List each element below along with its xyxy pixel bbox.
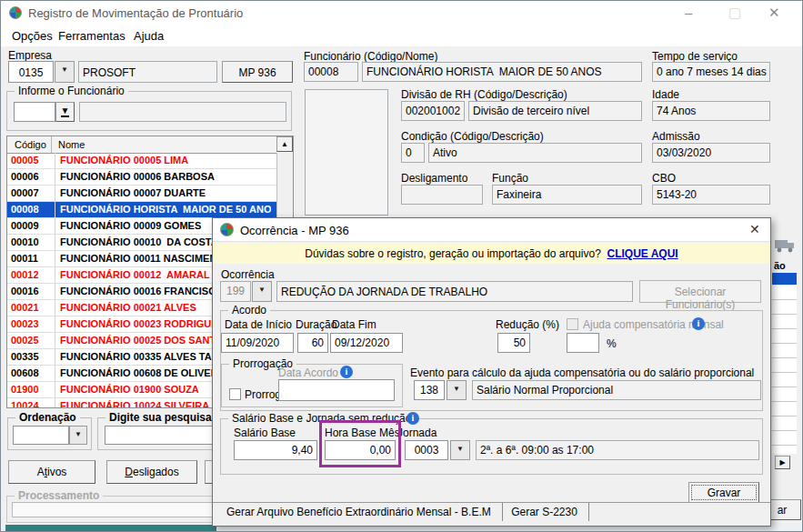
ocorrencia-label: Ocorrência [221, 268, 275, 281]
menu-ferramentas[interactable]: Ferramentas [58, 29, 125, 43]
informe-lookup-button[interactable]: ▼ [55, 102, 75, 122]
menu-bar: Opções Ferramentas Ajuda [1, 25, 802, 46]
ordenacao-combo[interactable] [13, 426, 69, 445]
selecionar-funcionarios-button[interactable]: Selecionar Funcionário(s) [639, 280, 761, 303]
duracao-field[interactable]: 60 [297, 333, 328, 353]
reducao-field[interactable]: 50 [497, 333, 530, 353]
tab-gerar-s2230[interactable]: Gerar S-2230 [503, 503, 589, 521]
list-header: Código Nome ▲ [7, 136, 293, 154]
pesquisa-label: Digite sua pesquisa [105, 411, 216, 424]
scroll-up-button[interactable]: ▲ [276, 136, 293, 152]
window-title: Registro de Movimentação de Prontuário [28, 6, 243, 20]
data-acordo-label: Data Acordo [278, 366, 338, 379]
empresa-name-field: PROSOFT [78, 61, 217, 83]
empresa-label: Empresa [8, 49, 52, 62]
list-item[interactable]: 00007FUNCIONÁRIO 00007 DUARTE [7, 186, 276, 202]
data-acordo-field[interactable] [278, 379, 395, 401]
highlight-annotation-box [319, 420, 401, 467]
gravar-button[interactable]: Gravar [688, 482, 759, 503]
jornada-label: Jornada [397, 427, 437, 439]
reducao-label: Redução (%) [496, 318, 559, 331]
funcionario-name-field: FUNCIONÁRIO HORISTA MAIOR DE 50 ANOS [362, 62, 642, 82]
jornada-code-combo[interactable]: 0003 [405, 440, 448, 460]
ordenacao-label: Ordenação [15, 411, 80, 424]
processamento-label: Processamento [15, 489, 103, 502]
mp936-button[interactable]: MP 936 [222, 61, 293, 83]
ajuda-percent-field[interactable] [567, 333, 599, 353]
side-grid-scroll-right-button[interactable]: ▶ [775, 456, 790, 469]
photo-placeholder [305, 89, 388, 216]
list-item[interactable]: 00005FUNCIONÁRIO 00005 LIMA [7, 153, 276, 169]
side-grid-selected-cell[interactable] [772, 273, 797, 285]
prorrogar-checkbox[interactable] [229, 388, 241, 400]
salario-base-field[interactable]: 9,40 [234, 440, 317, 460]
dialog-close-icon[interactable]: ✕ [749, 222, 760, 236]
evento-label: Evento para cálculo da ajuda compensatór… [410, 366, 754, 379]
dialog-app-icon [220, 223, 234, 236]
informe-code-input[interactable] [14, 102, 55, 122]
minimize-button[interactable]: – [685, 5, 692, 20]
list-item[interactable]: 00008FUNCIONÁRIO HORISTA MAIOR DE 50 ANO [7, 202, 276, 218]
prorrogacao-group: Prorrogação Data Acordo i Prorrogar [221, 364, 403, 407]
empresa-code-field[interactable]: 0135 [8, 61, 54, 83]
dialog-tab-bar: Gerar Arquivo Benefício Extraordinário M… [213, 502, 770, 526]
desligados-button[interactable]: Desligados [106, 460, 197, 484]
informe-name-field [79, 102, 286, 122]
help-bar: Dúvidas sobre o registro, geração ou imp… [213, 243, 770, 264]
tempo-servico-field: 0 ano 7 meses 14 dias [652, 62, 770, 82]
informe-funcionario-label: Informe o Funcionário [15, 85, 128, 97]
evento-desc-field: Salário Normal Proporcional [472, 380, 761, 400]
salario-info-icon[interactable]: i [407, 412, 419, 425]
salario-group: Salário Base e Jornada sem redução i Sal… [220, 418, 763, 475]
ativos-button[interactable]: Ativos [8, 460, 95, 484]
evento-dropdown-icon[interactable] [447, 380, 467, 400]
close-button[interactable]: ✕ [768, 5, 780, 21]
funcionario-label: Funcionário (Código/Nome) [304, 50, 437, 63]
arrow-up-icon: ▲ [281, 140, 288, 148]
column-header-nome[interactable]: Nome [58, 139, 85, 150]
cbo-field: 5143-20 [652, 185, 770, 205]
menu-opcoes[interactable]: Opções [12, 29, 53, 43]
idade-label: Idade [652, 88, 679, 101]
salario-base-label: Salário Base [234, 427, 296, 439]
data-fim-label: Data Fim [332, 318, 376, 331]
ocorrencia-dropdown-icon[interactable] [252, 281, 272, 302]
evento-code-combo[interactable]: 138 [414, 380, 445, 400]
data-acordo-info-icon[interactable]: i [340, 366, 353, 378]
ocorrencia-code-combo[interactable]: 199 [220, 281, 251, 302]
menu-ajuda[interactable]: Ajuda [134, 29, 164, 43]
arrow-down-underline-icon: ▼ [61, 105, 70, 117]
dialog-title-bar: Ocorrência - MP 936 ✕ [213, 218, 770, 242]
maximize-button[interactable]: ▢ [728, 5, 741, 21]
truck-icon[interactable] [774, 236, 798, 256]
ocorrencia-desc-field: REDUÇÃO DA JORNADA DE TRABALHO [276, 281, 633, 302]
divisao-desc-field: Divisão de terceiro nível [468, 101, 642, 121]
tab-gerar-bem[interactable]: Gerar Arquivo Benefício Extraordinário M… [218, 503, 503, 521]
ordenacao-group: Ordenação [7, 417, 92, 450]
jornada-desc-field: 2ª. a 6ª. 09:00 as 17:00 [476, 440, 759, 460]
app-window: Registro de Movimentação de Prontuário –… [0, 0, 803, 532]
funcionario-code-field: 00008 [304, 62, 358, 82]
title-bar: Registro de Movimentação de Prontuário –… [1, 1, 802, 25]
jornada-dropdown-icon[interactable] [450, 440, 470, 460]
dialog-title: Ocorrência - MP 936 [240, 224, 349, 237]
cbo-label: CBO [652, 172, 676, 185]
ajuda-compensatoria-checkbox[interactable] [567, 318, 578, 330]
column-header-codigo[interactable]: Código [15, 139, 46, 150]
help-text: Dúvidas sobre o registro, geração ou imp… [305, 247, 607, 260]
ordenacao-dropdown-icon[interactable] [69, 426, 87, 445]
data-inicio-label: Data de Início [225, 318, 292, 331]
clique-aqui-link[interactable]: CLIQUE AQUI [607, 247, 678, 260]
ajuda-info-icon[interactable]: i [692, 317, 705, 330]
divisao-code-field: 002001002 [401, 101, 465, 121]
ocorrencia-dialog: Ocorrência - MP 936 ✕ Dúvidas sobre o re… [212, 217, 771, 527]
divisao-rh-label: Divisão de RH (Código/Descrição) [401, 88, 567, 101]
idade-field: 74 Anos [652, 101, 770, 121]
list-item[interactable]: 00006FUNCIONÁRIO 00006 BARBOSA [7, 169, 276, 186]
data-inicio-field[interactable]: 11/09/2020 [221, 333, 294, 353]
data-fim-field[interactable]: 09/12/2020 [330, 333, 403, 353]
empresa-dropdown-icon[interactable] [55, 61, 75, 83]
app-icon [9, 6, 22, 19]
duracao-label: Duração [296, 318, 336, 331]
informe-funcionario-group: Informe o Funcionário ▼ [6, 91, 292, 131]
